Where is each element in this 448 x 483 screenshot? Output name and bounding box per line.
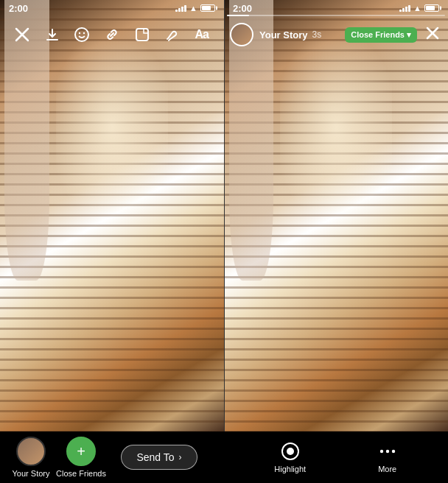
main-content	[0, 0, 448, 431]
close-friends-avatar: +	[66, 437, 96, 466]
your-story-label: Your Story	[13, 469, 50, 478]
story-avatar	[230, 23, 253, 46]
more-action[interactable]: More	[377, 441, 398, 473]
battery-icon	[200, 4, 215, 12]
status-bar-left: 2:00 ▲	[0, 0, 224, 16]
download-icon[interactable]	[41, 23, 64, 46]
svg-point-10	[380, 450, 383, 453]
more-icon	[377, 441, 398, 462]
chevron-down-icon: ▾	[407, 30, 411, 40]
story-header: Your Story 3s Close Friends ▾	[224, 16, 448, 53]
text-icon[interactable]: Aa	[190, 23, 214, 46]
blinds-right	[225, 0, 449, 431]
story-actions: Highlight More	[224, 441, 448, 473]
close-friends-item[interactable]: + Close Friends	[59, 437, 103, 478]
story-user-info: Your Story 3s	[259, 29, 339, 40]
send-to-container: Send To ›	[103, 445, 215, 470]
your-story-avatar	[16, 437, 46, 466]
svg-point-9	[287, 448, 294, 455]
wifi-icon-right: ▲	[413, 4, 421, 13]
status-icons-right: ▲	[399, 4, 439, 13]
time-right: 2:00	[233, 3, 252, 14]
svg-point-2	[75, 28, 88, 41]
story-time: 3s	[312, 29, 322, 40]
story-thumbnails: Your Story + Close Friends Send To ›	[0, 437, 224, 478]
time-left: 2:00	[9, 3, 28, 14]
link-icon[interactable]	[100, 23, 124, 46]
close-friends-badge[interactable]: Close Friends ▾	[345, 27, 417, 43]
blinds-left	[0, 0, 224, 431]
sticker-icon[interactable]	[130, 23, 154, 46]
svg-point-11	[386, 450, 389, 453]
svg-point-4	[83, 32, 85, 34]
status-icons-left: ▲	[175, 4, 215, 13]
svg-rect-5	[136, 29, 148, 40]
bottom-bar: Your Story + Close Friends Send To › Hig…	[0, 431, 448, 483]
highlight-icon	[280, 441, 301, 462]
your-story-item[interactable]: Your Story	[9, 437, 53, 478]
edit-toolbar: Aa	[0, 16, 224, 53]
story-panel-edit	[0, 0, 225, 431]
plus-icon: +	[77, 444, 85, 459]
more-label: More	[378, 465, 396, 473]
close-button[interactable]	[10, 23, 34, 46]
send-to-button[interactable]: Send To ›	[121, 445, 197, 470]
svg-point-3	[79, 32, 80, 34]
signal-icon	[175, 4, 186, 12]
status-bar-right: 2:00 ▲	[224, 0, 448, 16]
highlight-action[interactable]: Highlight	[274, 441, 306, 473]
chevron-right-icon: ›	[179, 452, 182, 462]
story-panel-view	[225, 0, 449, 431]
wifi-icon: ▲	[189, 4, 197, 13]
story-username: Your Story	[259, 29, 308, 40]
draw-icon[interactable]	[160, 23, 183, 46]
close-story-button[interactable]	[423, 27, 442, 43]
battery-icon-right	[424, 4, 439, 12]
signal-icon-right	[399, 4, 410, 12]
close-friends-label: Close Friends	[56, 469, 106, 478]
emoji-icon[interactable]	[70, 23, 94, 46]
svg-point-12	[392, 450, 395, 453]
highlight-label: Highlight	[274, 465, 306, 473]
